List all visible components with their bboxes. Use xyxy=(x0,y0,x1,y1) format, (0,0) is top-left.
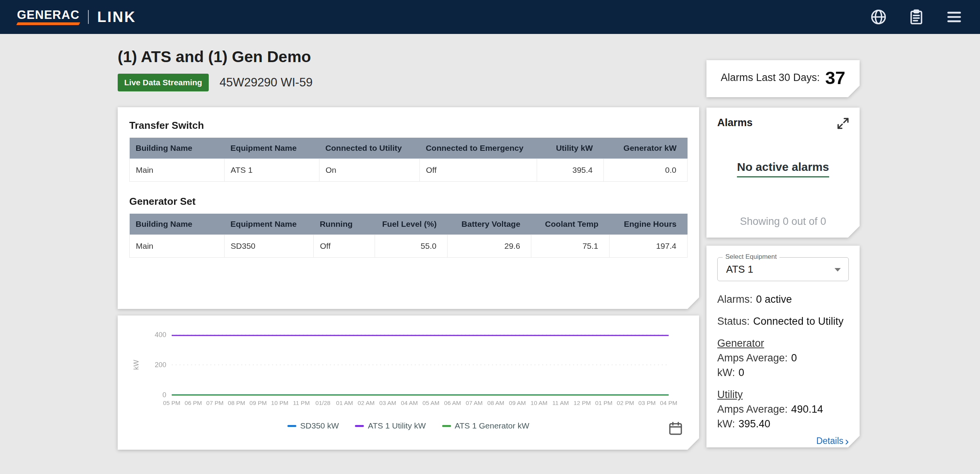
svg-text:05 AM: 05 AM xyxy=(422,400,439,406)
power-chart-card: 020040005 PM06 PM07 PM08 PM09 PM10 PM11 … xyxy=(118,315,699,450)
alarms-line: Alarms:0 active xyxy=(717,292,849,307)
svg-text:07 AM: 07 AM xyxy=(466,400,483,406)
cell-building-name: Main xyxy=(130,159,225,182)
svg-text:03 PM: 03 PM xyxy=(639,400,656,406)
svg-text:06 PM: 06 PM xyxy=(185,400,202,406)
generator-set-table: Building Name Equipment Name Running Fue… xyxy=(129,214,688,258)
cell-utility-kw: 395.4 xyxy=(537,159,604,182)
site-id: 45W29290 WI-59 xyxy=(220,76,313,89)
transfer-switch-heading: Transfer Switch xyxy=(129,120,688,132)
dashboard-page: GENERAC LINK xyxy=(0,0,980,474)
cell-coolant-temp: 75.1 xyxy=(531,235,609,258)
utility-section: Utility Amps Average:490.14 kW:395.40 xyxy=(717,387,849,431)
brand-divider xyxy=(88,10,89,24)
expand-icon[interactable] xyxy=(836,116,850,131)
column-header: Building Name xyxy=(130,214,225,235)
column-header: Utility kW xyxy=(537,138,604,159)
column-header: Connected to Emergency xyxy=(419,138,537,159)
generator-section-title: Generator xyxy=(717,336,849,351)
equipment-card: Transfer Switch Building Name Equipment … xyxy=(118,107,699,309)
svg-text:06 AM: 06 AM xyxy=(444,400,461,406)
select-equipment-label: Select Equipment xyxy=(723,253,779,261)
column-header: Building Name xyxy=(130,138,225,159)
svg-text:12 PM: 12 PM xyxy=(574,400,591,406)
legend-item[interactable]: ATS 1 Generator kW xyxy=(442,421,529,430)
alarms-summary-card: Alarms Last 30 Days: 37 xyxy=(706,60,860,97)
column-header: Connected to Utility xyxy=(319,138,419,159)
svg-text:02 AM: 02 AM xyxy=(358,400,375,406)
utility-amps-line: Amps Average:490.14 xyxy=(717,402,849,417)
utilization-chart: 020040005 PM06 PM07 PM08 PM09 PM10 PM11 … xyxy=(128,323,688,420)
report-icon[interactable] xyxy=(907,8,925,26)
svg-text:200: 200 xyxy=(155,361,166,369)
generac-wordmark: GENERAC xyxy=(17,9,79,25)
svg-text:09 PM: 09 PM xyxy=(250,400,267,406)
details-link[interactable]: Details› xyxy=(717,436,849,446)
cell-equipment-name: SD350 xyxy=(224,235,313,258)
cell-engine-hours: 197.4 xyxy=(609,235,687,258)
alarms-summary-count: 37 xyxy=(825,67,845,88)
select-equipment-value: ATS 1 xyxy=(726,263,753,275)
generator-kw-line: kW:0 xyxy=(717,365,849,380)
svg-text:01 AM: 01 AM xyxy=(336,400,353,406)
generator-amps-line: Amps Average:0 xyxy=(717,351,849,365)
cell-running: Off xyxy=(314,235,375,258)
svg-text:10 AM: 10 AM xyxy=(531,400,547,406)
svg-text:02 PM: 02 PM xyxy=(617,400,634,406)
svg-text:05 PM: 05 PM xyxy=(163,400,181,406)
svg-text:01 PM: 01 PM xyxy=(595,400,613,406)
table-row[interactable]: Main ATS 1 On Off 395.4 0.0 xyxy=(130,159,688,182)
column-header: Equipment Name xyxy=(224,138,319,159)
column-header: Running xyxy=(314,214,375,235)
select-equipment-dropdown[interactable]: Select Equipment ATS 1 xyxy=(717,257,849,281)
menu-icon[interactable] xyxy=(945,8,963,26)
chevron-down-icon xyxy=(835,268,841,272)
column-header: Generator kW xyxy=(604,138,688,159)
column-header: Fuel Level (%) xyxy=(375,214,448,235)
calendar-icon[interactable] xyxy=(667,420,684,437)
svg-text:0: 0 xyxy=(162,391,166,399)
page-title: (1) ATS and (1) Gen Demo xyxy=(118,48,313,66)
utility-kw-line: kW:395.40 xyxy=(717,417,849,431)
legend-swatch xyxy=(287,425,296,427)
svg-text:10 PM: 10 PM xyxy=(271,400,289,406)
no-active-alarms-message: No active alarms xyxy=(737,160,829,177)
column-header: Coolant Temp xyxy=(531,214,609,235)
live-data-badge: Live Data Streaming xyxy=(118,74,209,91)
chart-legend: SD350 kWATS 1 Utility kWATS 1 Generator … xyxy=(128,421,688,430)
legend-item[interactable]: SD350 kW xyxy=(287,421,339,430)
svg-text:01/28: 01/28 xyxy=(316,400,331,406)
equipment-detail-card: Select Equipment ATS 1 Alarms:0 active S… xyxy=(706,246,860,447)
site-header: (1) ATS and (1) Gen Demo Live Data Strea… xyxy=(118,48,313,91)
generac-orange-swoosh xyxy=(16,22,80,25)
legend-label: SD350 kW xyxy=(300,421,339,430)
table-header-row: Building Name Equipment Name Connected t… xyxy=(130,138,688,159)
table-header-row: Building Name Equipment Name Running Fue… xyxy=(130,214,688,235)
transfer-switch-table: Building Name Equipment Name Connected t… xyxy=(129,138,688,182)
table-row[interactable]: Main SD350 Off 55.0 29.6 75.1 197.4 xyxy=(130,235,688,258)
legend-label: ATS 1 Generator kW xyxy=(455,421,529,430)
column-header: Engine Hours xyxy=(609,214,687,235)
link-wordmark: LINK xyxy=(97,10,136,24)
svg-text:08 PM: 08 PM xyxy=(228,400,245,406)
legend-item[interactable]: ATS 1 Utility kW xyxy=(355,421,426,430)
generator-section: Generator Amps Average:0 kW:0 xyxy=(717,336,849,380)
svg-text:07 PM: 07 PM xyxy=(206,400,224,406)
cell-fuel-level: 55.0 xyxy=(375,235,448,258)
svg-text:400: 400 xyxy=(155,331,166,339)
legend-swatch xyxy=(442,425,451,427)
status-line: Status:Connected to Utility xyxy=(717,314,849,329)
cell-connected-utility: On xyxy=(319,159,419,182)
svg-text:09 AM: 09 AM xyxy=(509,400,526,406)
chevron-right-icon: › xyxy=(845,437,849,445)
cell-connected-emergency: Off xyxy=(419,159,537,182)
generac-link-logo[interactable]: GENERAC LINK xyxy=(17,9,136,25)
alarms-card-title: Alarms xyxy=(717,117,849,129)
svg-text:08 AM: 08 AM xyxy=(487,400,504,406)
svg-text:04 AM: 04 AM xyxy=(401,400,418,406)
alarms-pagination-status: Showing 0 out of 0 xyxy=(706,216,860,228)
alarms-card: Alarms No active alarms Showing 0 out of… xyxy=(706,108,860,238)
top-nav: GENERAC LINK xyxy=(0,0,980,34)
legend-swatch xyxy=(355,425,364,427)
globe-icon[interactable] xyxy=(870,8,887,26)
